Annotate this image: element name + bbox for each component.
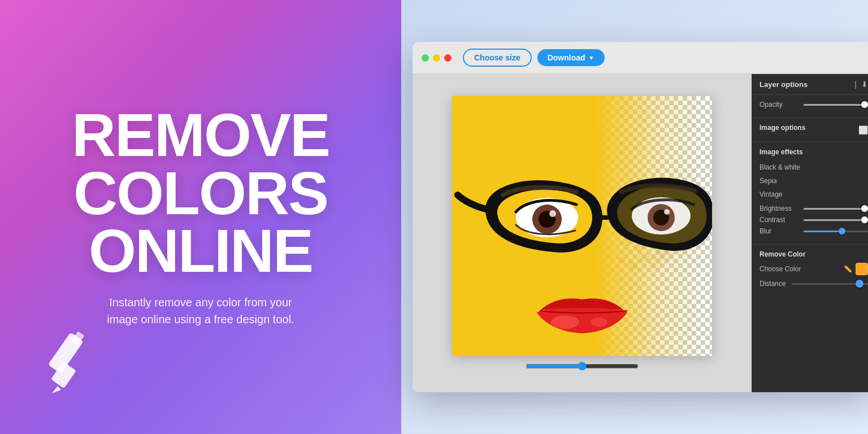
remove-color-label: Remove Color [760,250,868,258]
left-panel: REMOVE COLORS ONLINE Instantly remove an… [0,0,401,434]
blur-row: Blur [760,227,868,235]
svg-point-18 [649,256,662,270]
svg-point-28 [664,209,670,215]
image-effects-section: Image effects Black & white Sepia Vintag… [752,142,868,245]
opacity-track[interactable] [804,104,868,106]
vintage-effect[interactable]: Vintage [760,188,868,201]
canvas-area [413,74,752,392]
image-effects-label: Image effects [760,148,868,156]
sidebar-header: Layer options | ⬇ [752,74,868,95]
opacity-row: Opacity [760,101,868,108]
brightness-label: Brightness [760,205,799,212]
edit-color-icon[interactable]: ✏️ [844,265,852,273]
choose-color-text: Choose Color [760,265,801,273]
canvas-image [452,96,712,356]
browser-dots [422,54,452,62]
svg-point-10 [624,240,630,246]
layer-options-title: Layer options [760,80,808,89]
contrast-track[interactable] [804,219,868,221]
distance-row: Distance [760,280,868,288]
svg-point-24 [549,210,556,217]
svg-point-16 [628,261,637,270]
blur-label: Blur [760,227,799,235]
canvas-zoom-slider[interactable] [452,362,712,371]
svg-point-11 [635,245,643,253]
sepia-effect[interactable]: Sepia [760,174,868,188]
dot-yellow[interactable] [433,54,440,62]
canvas-wrapper [452,96,712,356]
choose-color-row: Choose Color ✏️ [760,263,868,275]
image-options-section: Image options ⬜ [752,118,868,142]
browser-toolbar: Choose size Download [413,42,868,74]
color-actions: ✏️ [844,263,868,275]
image-options-label: Image options [760,124,805,132]
contrast-row: Contrast [760,216,868,224]
download-sidebar-icon[interactable]: ⬇ [861,80,868,89]
opacity-label: Opacity [760,101,799,108]
eyedropper-icon [40,327,113,400]
svg-marker-2 [52,386,61,393]
hero-subtitle: Instantly remove any color from your ima… [99,294,302,328]
browser-window: Choose size Download [413,42,868,392]
svg-point-30 [591,318,607,327]
crop-icon[interactable]: ⬜ [858,125,868,134]
remove-color-section: Remove Color Choose Color ✏️ Distance [752,245,868,293]
choose-size-button[interactable]: Choose size [463,49,532,67]
svg-point-29 [551,315,579,329]
dot-green[interactable] [422,54,429,62]
opacity-section: Opacity [752,95,868,118]
divider-icon: | [854,80,857,89]
right-sidebar: Layer options | ⬇ Opacity [752,74,868,392]
editor-area: Layer options | ⬇ Opacity [413,74,868,392]
contrast-label: Contrast [760,216,799,224]
brightness-row: Brightness [760,205,868,212]
distance-slider[interactable] [792,280,868,288]
distance-label: Distance [760,280,786,288]
svg-point-17 [639,251,650,263]
toolbar-actions: Choose size Download [463,49,605,67]
dot-red[interactable] [444,54,452,62]
download-button[interactable]: Download [537,49,605,66]
blur-track[interactable] [804,231,868,232]
right-panel: Choose size Download [401,0,868,434]
hero-title: REMOVE COLORS ONLINE [72,106,329,280]
black-white-effect[interactable]: Black & white [760,160,868,174]
brightness-track[interactable] [804,208,868,210]
sidebar-header-icons: | ⬇ [854,80,868,89]
svg-point-15 [618,257,625,263]
color-swatch[interactable] [856,263,868,275]
